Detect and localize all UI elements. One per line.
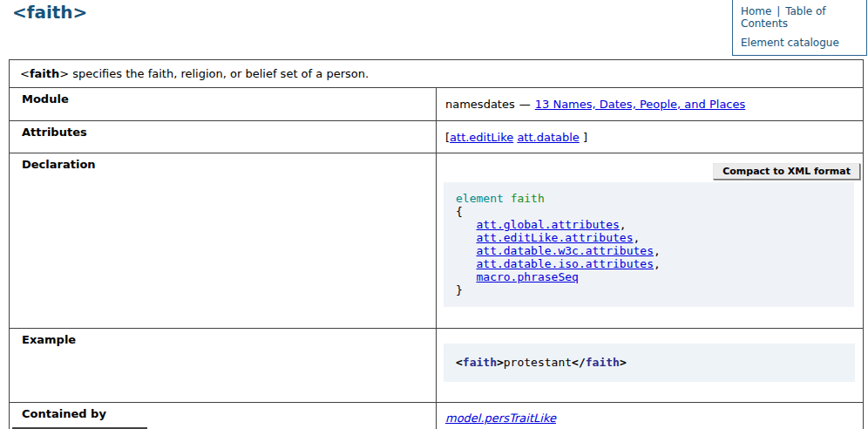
nav-box: Home | Table of Contents Element catalog… xyxy=(732,0,867,56)
attribute-class-link[interactable]: att.editLike xyxy=(450,131,513,144)
example-open-bracket: < xyxy=(456,356,463,369)
description-text: specifies the faith, religion, or belief… xyxy=(69,67,369,80)
example-label: Example xyxy=(10,329,437,403)
attributes-row: Attributes [att.editLike att.datable ] xyxy=(10,121,864,153)
contained-by-label: Contained by xyxy=(10,403,437,429)
attributes-label: Attributes xyxy=(10,121,437,153)
description-tag-name: faith xyxy=(30,67,59,80)
module-chapter-link[interactable]: 13 Names, Dates, People, and Places xyxy=(535,98,746,111)
nav-separator: | xyxy=(776,5,780,17)
example-row: Example <faith>protestant</faith> xyxy=(10,329,864,403)
example-close-bracket: > xyxy=(497,356,504,369)
description-open-bracket: < xyxy=(20,67,30,80)
code-open-brace: { xyxy=(456,205,463,218)
contained-by-model-link[interactable]: model.persTraitLike xyxy=(445,412,556,425)
description-close-bracket: > xyxy=(59,67,69,80)
declaration-member-link[interactable]: att.datable.iso.attributes xyxy=(476,257,654,270)
attributes-close-bracket: ] xyxy=(583,131,587,144)
attributes-links: att.editLike att.datable xyxy=(450,131,580,144)
module-row: Module namesdates—13 Names, Dates, Peopl… xyxy=(10,88,864,121)
attributes-value: [att.editLike att.datable ] xyxy=(437,121,864,153)
description-row: <faith> specifies the faith, religion, o… xyxy=(10,60,864,88)
module-name: namesdates xyxy=(445,98,515,111)
code-element-name: faith xyxy=(511,192,545,205)
example-end-open-bracket: </ xyxy=(572,356,586,369)
declaration-content: Compact to XML format element faith { at… xyxy=(437,153,864,329)
declaration-member-link[interactable]: att.datable.w3c.attributes xyxy=(476,244,654,257)
nav-line-2: Element catalogue xyxy=(741,37,860,49)
element-reference-table: <faith> specifies the faith, religion, o… xyxy=(9,59,864,429)
nav-link-element-catalogue[interactable]: Element catalogue xyxy=(741,37,839,49)
code-keyword-element: element xyxy=(456,192,504,205)
nav-link-home[interactable]: Home xyxy=(741,5,771,17)
declaration-member-link[interactable]: macro.phraseSeq xyxy=(476,270,578,283)
compact-to-xml-format-button[interactable]: Compact to XML format xyxy=(713,163,860,180)
example-end-tag-name: faith xyxy=(586,356,620,369)
contained-by-row: Contained by model.persTraitLike xyxy=(10,403,864,429)
module-value: namesdates—13 Names, Dates, People, and … xyxy=(437,88,864,121)
code-close-brace: } xyxy=(456,283,463,296)
element-description: <faith> specifies the faith, religion, o… xyxy=(10,60,864,88)
example-end-close-bracket: > xyxy=(620,356,627,369)
declaration-label: Declaration xyxy=(10,153,437,329)
example-code-block: <faith>protestant</faith> xyxy=(444,344,855,382)
declaration-members: att.global.attributes, att.editLike.attr… xyxy=(456,218,661,283)
example-content: <faith>protestant</faith> xyxy=(437,329,864,403)
example-text-content: protestant xyxy=(504,356,572,369)
declaration-code-header: element faith { xyxy=(456,192,545,218)
declaration-code-block: element faith { att.global.attributes, a… xyxy=(444,182,854,307)
module-label: Module xyxy=(10,88,437,121)
contained-by-value: model.persTraitLike xyxy=(437,403,864,429)
declaration-row: Declaration Compact to XML format elemen… xyxy=(10,153,864,329)
module-dash: — xyxy=(519,98,531,111)
declaration-member-link[interactable]: att.editLike.attributes xyxy=(476,231,633,244)
nav-line-1: Home | Table of Contents xyxy=(741,5,860,30)
attribute-class-link[interactable]: att.datable xyxy=(517,131,579,144)
declaration-member-link[interactable]: att.global.attributes xyxy=(476,218,619,231)
declaration-button-row: Compact to XML format xyxy=(437,153,863,180)
page-title: <faith> xyxy=(12,2,87,23)
example-start-tag-name: faith xyxy=(463,356,497,369)
